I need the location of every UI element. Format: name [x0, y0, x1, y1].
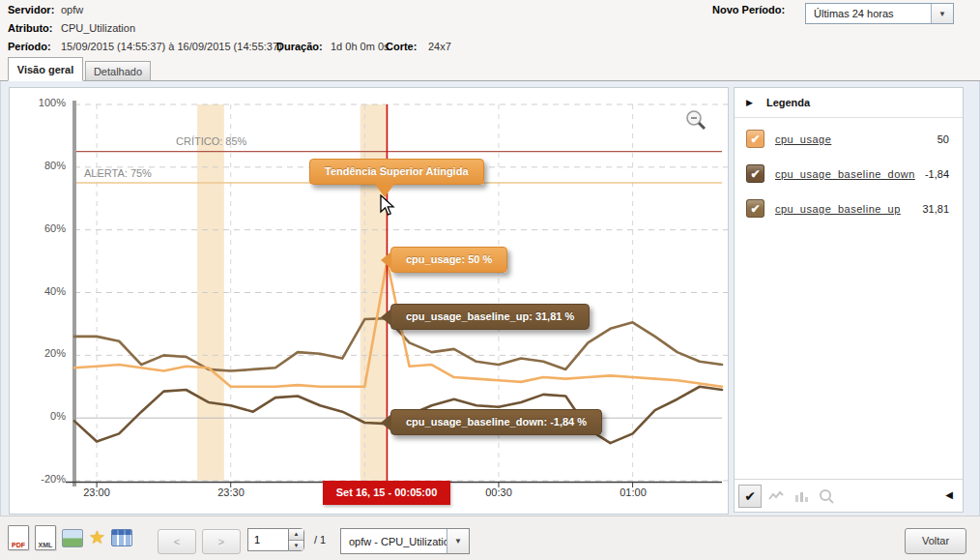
cpu-usage-tooltip: cpu_usage: 50 % [390, 247, 507, 273]
legend-row-cpu-usage: ✔ cpu_usage 50 [746, 125, 949, 153]
page-total: / 1 [314, 534, 326, 545]
new-period-select[interactable]: Últimas 24 horas ▼ [805, 3, 954, 24]
legend-list: ✔ cpu_usage 50 ✔ cpu_usage_baseline_down… [735, 118, 963, 480]
table-view-icon[interactable] [111, 529, 132, 546]
baseline-up-tooltip: cpu_usage_baseline_up: 31,81 % [390, 304, 590, 330]
x-tick: 23:00 [68, 486, 126, 498]
tab-bar: Visão geral Detalhado [0, 56, 980, 81]
export-icons: PDF XML ★ [8, 525, 132, 550]
x-tick: 00:30 [470, 486, 528, 498]
pdf-export-icon[interactable]: PDF [8, 525, 29, 550]
spin-down-icon[interactable]: ▼ [289, 541, 303, 551]
legend-header: ▶ Legenda [735, 88, 963, 118]
baseline-down-tooltip: cpu_usage_baseline_down: -1,84 % [390, 409, 602, 435]
content-area: 100% 80% 60% 40% 20% 0% -20% CRÍTICO: 85… [0, 81, 980, 516]
zoom-out-icon[interactable] [684, 109, 709, 134]
legend-title: Legenda [766, 97, 810, 108]
zoom-icon[interactable] [816, 486, 837, 507]
next-page-button[interactable]: > [202, 529, 241, 554]
x-tick: 23:30 [202, 486, 260, 498]
xml-export-icon[interactable]: XML [35, 525, 56, 550]
bar-chart-icon[interactable] [791, 486, 812, 507]
page-number-input[interactable] [247, 528, 288, 551]
legend-toolbar: ✔ ◀ [735, 480, 963, 512]
prev-page-button[interactable]: < [158, 529, 196, 554]
report-select[interactable]: opfw - CPU_Utilization ▼ [340, 528, 470, 554]
series-checkbox[interactable]: ✔ [746, 130, 764, 148]
attribute-label: Atributo: [8, 22, 52, 34]
attribute-value: CPU_Utilization [61, 22, 135, 34]
series-checkbox[interactable]: ✔ [746, 164, 764, 183]
cut-value: 24x7 [428, 41, 451, 52]
select-mode-check-icon[interactable]: ✔ [738, 485, 762, 508]
y-tick: 80% [17, 160, 66, 171]
legend-panel: ▶ Legenda ✔ cpu_usage 50 ✔ cpu_usage_bas… [734, 87, 964, 513]
image-export-icon[interactable] [62, 529, 83, 547]
series-value: 31,81 [922, 203, 949, 215]
y-tick: 20% [17, 347, 66, 359]
mouse-cursor-icon [379, 194, 396, 218]
duration-label: Duração: [276, 41, 323, 52]
series-link[interactable]: cpu_usage_baseline_down [775, 168, 925, 180]
chevron-down-icon[interactable]: ▼ [447, 529, 469, 553]
y-tick: 0% [17, 410, 66, 422]
tab-overview[interactable]: Visão geral [8, 57, 83, 81]
y-tick: 40% [17, 285, 66, 297]
report-select-value: opfw - CPU_Utilization [341, 536, 447, 547]
chart-panel: 100% 80% 60% 40% 20% 0% -20% CRÍTICO: 85… [9, 87, 729, 515]
series-checkbox[interactable]: ✔ [746, 199, 764, 218]
chevron-down-icon[interactable]: ▼ [931, 4, 953, 23]
server-label: Servidor: [8, 4, 54, 15]
new-period-value: Últimas 24 horas [806, 8, 931, 19]
spin-up-icon[interactable]: ▲ [289, 529, 303, 541]
page-spinner: ▲ ▼ [288, 528, 304, 551]
series-value: -1,84 [925, 168, 949, 180]
collapse-left-icon[interactable]: ◀ [945, 489, 953, 500]
header: Servidor: opfw Novo Período: Últimas 24 … [0, 0, 980, 57]
performance-report-window: Servidor: opfw Novo Período: Últimas 24 … [0, 0, 980, 560]
x-tick: 01:00 [604, 486, 662, 498]
y-tick: -20% [17, 473, 66, 485]
new-period-label: Novo Período: [712, 4, 785, 15]
server-value: opfw [61, 4, 83, 15]
line-chart-icon[interactable] [765, 486, 787, 507]
critical-threshold-label: CRÍTICO: 85% [176, 135, 246, 147]
period-label: Período: [8, 41, 51, 52]
selected-time-badge: Set 16, 15 - 00:05:00 [323, 481, 450, 505]
tab-detail[interactable]: Detalhado [85, 61, 151, 81]
series-link[interactable]: cpu_usage [775, 133, 937, 145]
series-value: 50 [937, 133, 949, 145]
period-value: 15/09/2015 (14:55:37) à 16/09/2015 (14:5… [61, 41, 282, 52]
collapse-right-icon[interactable]: ▶ [746, 98, 753, 107]
series-link[interactable]: cpu_usage_baseline_up [775, 203, 922, 215]
favorites-star-icon[interactable]: ★ [89, 528, 105, 547]
y-tick: 100% [17, 97, 66, 108]
chart-canvas [10, 88, 728, 514]
footer-toolbar: PDF XML ★ < > ▲ ▼ / 1 opfw - CPU_Utiliza… [0, 516, 980, 560]
highlight-band [197, 104, 224, 481]
cut-label: Corte: [386, 41, 417, 52]
alert-threshold-label: ALERTA: 75% [84, 167, 152, 179]
duration-value: 1d 0h 0m 0s [331, 41, 389, 52]
back-button[interactable]: Voltar [905, 528, 966, 554]
y-tick: 60% [17, 222, 66, 234]
trend-tooltip: Tendência Superior Atingida [309, 159, 484, 185]
legend-row-baseline-up: ✔ cpu_usage_baseline_up 31,81 [746, 194, 949, 222]
legend-row-baseline-down: ✔ cpu_usage_baseline_down -1,84 [746, 160, 949, 188]
